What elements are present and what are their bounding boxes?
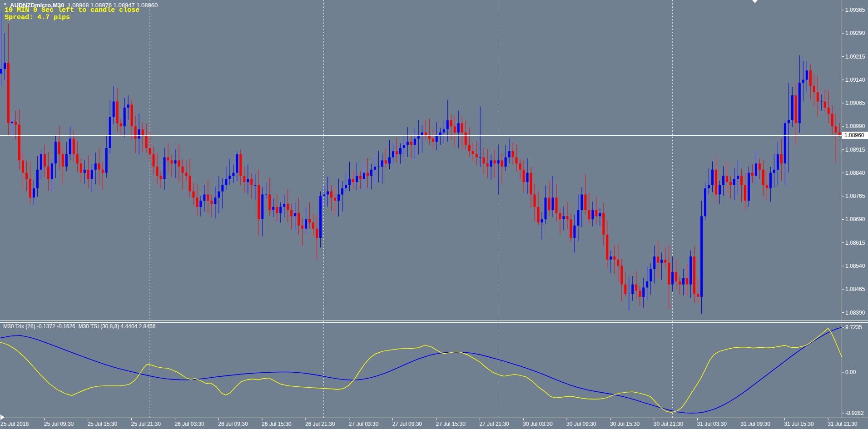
time-axis-label: 25 Jul 15:30 bbox=[88, 421, 117, 427]
indicator-axis-label: 0.00 bbox=[845, 369, 856, 375]
time-axis-label: 31 Jul 09:30 bbox=[740, 421, 770, 427]
time-axis-label: 25 Jul 2018 bbox=[0, 421, 29, 427]
time-axis-label: 30 Jul 03:30 bbox=[523, 421, 552, 427]
price-axis-label: 1.09290 bbox=[845, 30, 865, 36]
candles bbox=[0, 11, 841, 314]
price-axis-label: 1.09065 bbox=[845, 100, 865, 106]
indicator-axis-label: -8.9282 bbox=[845, 410, 864, 416]
time-axis-label: 30 Jul 09:30 bbox=[566, 421, 596, 427]
indicator-axis-label: 9.7235 bbox=[845, 324, 862, 330]
time-axis-label: 26 Jul 03:30 bbox=[174, 421, 204, 427]
time-axis-label: 26 Jul 15:30 bbox=[262, 421, 291, 427]
time-axis-label: 27 Jul 03:30 bbox=[349, 421, 378, 427]
price-axis-label: 1.08765 bbox=[845, 193, 865, 199]
time-axis-label: 31 Jul 21:30 bbox=[828, 421, 857, 427]
indicator-label: M30 Trix (26) -0.1372 -0.1626 M30 TSI (3… bbox=[3, 323, 155, 330]
price-axis-label: 1.08915 bbox=[845, 147, 865, 153]
mt4-chart-window: ▼ AUDNZDmicro,M30 1.08968 1.08976 1.0894… bbox=[0, 0, 868, 429]
time-axis-label: 27 Jul 21:30 bbox=[479, 421, 509, 427]
price-axis-label: 1.09215 bbox=[845, 54, 865, 60]
time-axis-label: 25 Jul 09:30 bbox=[44, 421, 74, 427]
price-axis-label: 1.09140 bbox=[845, 77, 865, 83]
time-axis-label: 26 Jul 09:30 bbox=[218, 421, 248, 427]
time-axis-label: 30 Jul 15:30 bbox=[610, 421, 640, 427]
time-axis-label: 27 Jul 09:30 bbox=[392, 421, 422, 427]
price-axis-label: 1.08615 bbox=[845, 240, 865, 246]
spread-text: Spread: 4.7 pips bbox=[5, 14, 70, 21]
symbol-marker-icon: ▼ bbox=[3, 2, 7, 6]
price-axis-label: 1.08840 bbox=[845, 170, 865, 176]
time-axis-label: 30 Jul 21:30 bbox=[654, 421, 683, 427]
day-separator-grid bbox=[149, 0, 673, 418]
tsi-blue-line bbox=[0, 327, 842, 413]
frame-lines bbox=[0, 0, 868, 420]
time-axis-label: 31 Jul 03:30 bbox=[697, 421, 727, 427]
price-axis-label: 1.08540 bbox=[845, 263, 865, 269]
time-axis-label: 27 Jul 15:30 bbox=[436, 421, 466, 427]
price-axis-label: 1.08390 bbox=[845, 310, 865, 316]
down-arrow-marker-icon bbox=[752, 0, 758, 3]
scroll-marker-icon bbox=[0, 414, 5, 420]
candle-countdown-text: 10 MIN 0 Sec left to candle close bbox=[5, 7, 139, 14]
current-price-label: 1.08960 bbox=[842, 132, 868, 139]
time-axis-label: 31 Jul 15:30 bbox=[784, 421, 813, 427]
time-axis-label: 25 Jul 21:30 bbox=[131, 421, 161, 427]
price-axis-label: 1.09365 bbox=[845, 7, 865, 13]
price-axis-label: 1.08990 bbox=[845, 123, 865, 129]
price-axis-label: 1.08465 bbox=[845, 286, 865, 292]
price-axis-label: 1.08690 bbox=[845, 216, 865, 222]
chart-canvas[interactable] bbox=[0, 0, 868, 429]
time-axis-label: 26 Jul 21:30 bbox=[305, 421, 335, 427]
